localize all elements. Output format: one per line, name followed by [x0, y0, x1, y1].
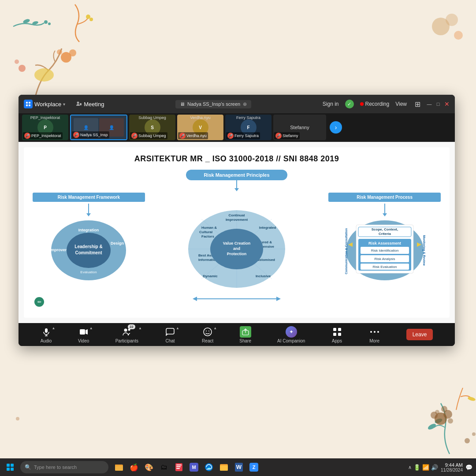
react-icon: [202, 326, 213, 338]
svg-point-5: [22, 19, 30, 24]
participant-thumb-subbag[interactable]: S Subbag Umpeg 🎤 Subbag Umpeg: [129, 115, 175, 140]
svg-text:Z: Z: [253, 465, 256, 470]
svg-rect-29: [26, 104, 28, 106]
chat-icon: [164, 326, 176, 338]
svg-text:and: and: [233, 246, 240, 251]
participant-thumb-ferry[interactable]: F Ferry Saputra 🎤 Ferry Saputra: [225, 115, 271, 140]
decoration-topright: [388, 0, 476, 88]
svg-text:Monitoring & Review: Monitoring & Review: [422, 235, 426, 266]
svg-text:Cultural: Cultural: [199, 230, 212, 234]
participants-bar: P PEP_Inspektorat 🎤 PEP_Inspektorat 👤 👤 …: [19, 113, 455, 142]
wifi-icon: 📶: [422, 464, 429, 471]
close-button[interactable]: ✕: [444, 101, 450, 107]
sign-in-button[interactable]: Sign in: [323, 101, 339, 107]
chat-button[interactable]: Chat ▲: [164, 326, 176, 343]
svg-point-17: [435, 413, 447, 425]
participants-count-badge: 22: [128, 324, 135, 329]
participant-name-verdha: 🎤 Verdha Ayu: [178, 132, 208, 139]
svg-point-24: [465, 438, 470, 443]
taskbar-app-zoom[interactable]: Z: [247, 460, 261, 474]
more-button[interactable]: More: [369, 326, 380, 343]
system-clock[interactable]: 9:44 AM 11/28/2024: [441, 462, 463, 472]
meeting-button[interactable]: Meeting: [76, 101, 104, 108]
search-bar[interactable]: 🔍 Type here to search: [20, 461, 108, 473]
minimize-button[interactable]: —: [427, 101, 432, 107]
svg-point-22: [435, 410, 439, 414]
svg-point-100: [374, 331, 376, 333]
participant-name-subbag: 🎤 Subbag Umpeg: [130, 132, 167, 139]
participant-thumb-stefanny[interactable]: Stefanny 🎤 Stefanny: [273, 115, 326, 140]
right-process-container: Communication & Consultation Monitoring …: [343, 216, 427, 282]
react-button[interactable]: React ▲: [202, 326, 213, 343]
ai-companion-button[interactable]: ✦ AI Companion: [277, 326, 305, 343]
svg-text:Scope, Context,: Scope, Context,: [371, 227, 398, 231]
participant-name-ferry: 🎤 Ferry Saputra: [226, 132, 260, 139]
svg-text:Risk Evaluation: Risk Evaluation: [372, 265, 397, 269]
svg-marker-64: [193, 297, 197, 301]
next-participant-button[interactable]: ›: [330, 121, 342, 134]
taskbar-app-word[interactable]: W: [232, 460, 246, 474]
three-columns: Risk Management Framework Integratio: [33, 193, 441, 309]
svg-text:Improvement: Improvement: [226, 218, 248, 222]
participant-thumb-pep[interactable]: P PEP_Inspektorat 🎤 PEP_Inspektorat: [22, 115, 68, 140]
windows-taskbar: 🔍 Type here to search 🍎 🎨 🗂: [0, 458, 476, 476]
svg-point-18: [443, 410, 452, 419]
zoom-window: Workplace ▾ Meeting 🖥 Nadya SS_Insp's sc…: [19, 95, 455, 346]
taskbar-app-emoji3[interactable]: 🗂: [157, 460, 171, 474]
svg-text:Inclusive: Inclusive: [256, 274, 271, 278]
svg-text:Continual: Continual: [229, 213, 245, 217]
svg-point-0: [61, 52, 71, 63]
taskbar-app-explorer[interactable]: [112, 460, 126, 474]
taskbar-app-notepad[interactable]: [172, 460, 186, 474]
participant-label-pep: PEP_Inspektorat: [22, 115, 68, 120]
svg-point-8: [89, 18, 93, 21]
svg-point-101: [377, 331, 379, 333]
apps-button[interactable]: Apps: [331, 326, 343, 343]
workplace-label: Workplace: [34, 101, 61, 108]
taskbar-left: 🔍 Type here to search: [4, 461, 108, 474]
taskbar-app-teams[interactable]: M: [187, 460, 201, 474]
screen-options[interactable]: ⊕: [243, 101, 247, 107]
start-button[interactable]: [4, 461, 17, 474]
svg-point-91: [204, 328, 212, 336]
decoration-bottomright: [361, 331, 476, 463]
left-ellipse-container: Integration Improvement Design Evaluatio…: [49, 216, 128, 282]
taskbar-app-emoji2[interactable]: 🎨: [142, 460, 156, 474]
security-badge: ✓: [345, 100, 354, 108]
view-button[interactable]: View: [395, 101, 407, 107]
taskbar-app-files[interactable]: [217, 460, 231, 474]
participant-thumb-nadya[interactable]: 👤 👤 🎤 Nadya SS_Insp: [70, 115, 127, 140]
tray-arrow[interactable]: ∧: [408, 465, 412, 470]
workplace-dropdown[interactable]: ▾: [63, 102, 65, 107]
svg-text:Integrated: Integrated: [259, 226, 276, 230]
taskbar-apps: 🍎 🎨 🗂 M: [112, 460, 261, 474]
taskbar-app-emoji1[interactable]: 🍎: [127, 460, 141, 474]
edit-icon[interactable]: ✏: [34, 297, 44, 307]
audio-caret[interactable]: ▲: [52, 326, 56, 330]
workplace-logo: Workplace ▾: [24, 100, 65, 108]
ai-icon: ✦: [286, 326, 297, 338]
svg-rect-98: [338, 333, 341, 336]
share-button[interactable]: Share: [239, 326, 251, 343]
svg-text:Risk Assessment: Risk Assessment: [368, 241, 401, 245]
participants-button[interactable]: 22 Participants ▲: [115, 326, 138, 343]
svg-rect-28: [29, 102, 30, 104]
video-caret[interactable]: ▲: [89, 326, 93, 330]
svg-text:Factors: Factors: [201, 234, 214, 238]
leave-button[interactable]: Leave: [406, 329, 433, 340]
chat-caret[interactable]: ▲: [176, 326, 179, 330]
participants-caret[interactable]: ▲: [138, 326, 142, 330]
video-button[interactable]: Video ▲: [78, 326, 89, 343]
svg-rect-106: [176, 465, 182, 465]
participant-thumb-verdha[interactable]: V Verdha Ayu 🎤 Verdha Ayu: [177, 115, 223, 140]
svg-rect-104: [115, 465, 119, 466]
taskbar-app-edge[interactable]: [202, 460, 216, 474]
svg-rect-30: [29, 104, 30, 106]
svg-text:Protection: Protection: [227, 252, 247, 256]
audio-button[interactable]: Audio ▲: [41, 326, 52, 343]
participant-label-subbag: Subbag Umpeg: [129, 115, 175, 120]
maximize-button[interactable]: □: [435, 101, 441, 107]
notifications-icon[interactable]: 💬: [465, 464, 472, 471]
svg-rect-27: [26, 102, 28, 104]
react-caret[interactable]: ▲: [213, 326, 217, 330]
